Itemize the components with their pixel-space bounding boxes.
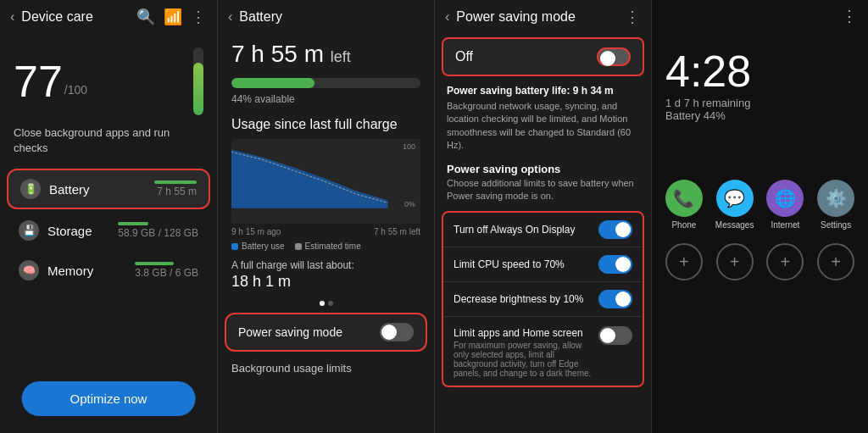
- battery-time-value: 7 h 55 m left: [231, 41, 351, 67]
- off-row[interactable]: Off: [442, 37, 644, 76]
- bg-usage-label[interactable]: Background usage limits: [218, 355, 434, 375]
- legend-battery: Battery use: [231, 241, 285, 251]
- memory-label: Memory: [47, 264, 135, 278]
- storage-bar: [118, 222, 148, 225]
- phone-icon: 📞: [665, 180, 703, 217]
- option-toggle-1[interactable]: [598, 220, 632, 239]
- panel2-back-icon[interactable]: ‹: [228, 9, 232, 25]
- panel-home: ⋮ 4:28 1 d 7 h remaining Battery 44% 📞 P…: [651, 0, 868, 433]
- option-toggle-4[interactable]: [598, 326, 632, 345]
- panel3-more-icon[interactable]: ⋮: [625, 8, 641, 26]
- storage-value: 58.9 GB / 128 GB: [118, 222, 198, 239]
- memory-value: 3.8 GB / 6 GB: [135, 262, 198, 279]
- option-row-1[interactable]: Turn off Always On Display: [443, 213, 643, 247]
- menu-item-battery[interactable]: 🔋 Battery 7 h 55 m: [7, 169, 210, 209]
- power-description: Background network usage, syncing, and l…: [435, 98, 651, 158]
- dock-btn-4[interactable]: +: [817, 243, 854, 280]
- score-max: /100: [64, 83, 87, 97]
- battery-chart: 100 0%: [231, 139, 420, 224]
- power-options-title: Power saving options: [435, 158, 651, 177]
- dock-btn-1[interactable]: +: [665, 243, 703, 280]
- app-grid: 📞 Phone 💬 Messages 🌐 Internet ⚙️ Setting…: [652, 129, 868, 236]
- score-description: Close background apps and run checks: [0, 122, 217, 166]
- svg-marker-0: [231, 150, 388, 208]
- panel1-title: Device care: [21, 9, 128, 25]
- usage-title: Usage since last full charge: [218, 107, 434, 139]
- chart-label-left: 9 h 15 m ago: [231, 227, 281, 236]
- panel3-header: ‹ Power saving mode ⋮: [435, 0, 651, 34]
- internet-icon: 🌐: [766, 180, 804, 217]
- settings-icon: ⚙️: [817, 180, 854, 217]
- power-saving-section[interactable]: Power saving mode: [225, 313, 427, 352]
- optimize-button[interactable]: Optimize now: [22, 381, 196, 416]
- score-section: 77 /100: [0, 34, 217, 122]
- more-icon[interactable]: ⋮: [191, 8, 207, 26]
- toggle-knob: [381, 325, 397, 340]
- option-row-2[interactable]: Limit CPU speed to 70%: [443, 247, 643, 282]
- search-icon[interactable]: 🔍: [136, 8, 155, 26]
- menu-item-storage[interactable]: 💾 Storage 58.9 GB / 128 GB: [7, 212, 210, 249]
- panel4-more-icon[interactable]: ⋮: [842, 7, 858, 25]
- app-internet[interactable]: 🌐 Internet: [764, 180, 808, 230]
- options-box: Turn off Always On Display Limit CPU spe…: [442, 211, 644, 387]
- legend-estimated-dot: [295, 243, 302, 250]
- legend-estimated: Estimated time: [295, 241, 361, 251]
- battery-progress-fill: [231, 78, 314, 88]
- panel1-header: ‹ Device care 🔍 📶 ⋮: [0, 0, 217, 34]
- panel3-back-icon[interactable]: ‹: [445, 9, 449, 25]
- battery-icon: 🔋: [20, 179, 41, 199]
- panel-power-saving: ‹ Power saving mode ⋮ Off Power saving b…: [434, 0, 651, 433]
- panel4-header: ⋮: [652, 0, 868, 32]
- app-settings[interactable]: ⚙️ Settings: [814, 180, 858, 230]
- battery-value: 7 h 55 m: [154, 180, 197, 197]
- memory-bar: [135, 262, 174, 265]
- clock-section: 4:28 1 d 7 h remaining Battery 44%: [652, 32, 868, 129]
- clock-remaining: 1 d 7 h remaining: [665, 97, 854, 109]
- off-toggle[interactable]: [597, 47, 631, 66]
- storage-icon: 💾: [19, 220, 39, 241]
- score-bar: [193, 47, 203, 115]
- panel2-title: Battery: [239, 9, 424, 25]
- toggle-knob-3: [615, 291, 631, 307]
- option-label-4: Limit apps and Home screen: [453, 327, 583, 339]
- score-bar-fill: [193, 63, 203, 115]
- clock-time: 4:28: [665, 49, 854, 93]
- chart-min-label: 0%: [404, 200, 415, 208]
- app-messages[interactable]: 💬 Messages: [713, 180, 757, 230]
- menu-item-memory[interactable]: 🧠 Memory 3.8 GB / 6 GB: [7, 252, 210, 289]
- option-row-3[interactable]: Decrease brightness by 10%: [443, 282, 643, 317]
- toggle-knob-1: [615, 222, 631, 237]
- signal-icon: 📶: [164, 8, 182, 26]
- back-icon[interactable]: ‹: [10, 9, 14, 25]
- phone-label: Phone: [671, 220, 696, 230]
- dock-btn-3[interactable]: +: [766, 243, 804, 280]
- toggle-knob-2: [615, 257, 631, 272]
- chart-legend: Battery use Estimated time: [218, 238, 434, 254]
- app-phone[interactable]: 📞 Phone: [662, 180, 706, 230]
- panel-device-care: ‹ Device care 🔍 📶 ⋮ 77 /100 Close backgr…: [0, 0, 217, 433]
- power-saving-life: Power saving battery life: 9 h 34 m: [435, 80, 651, 98]
- legend-battery-dot: [231, 243, 238, 250]
- battery-progress-bar: [231, 78, 420, 88]
- full-charge-label: A full charge will last about:: [218, 254, 434, 273]
- option-toggle-2[interactable]: [598, 255, 632, 274]
- chart-svg: [231, 146, 403, 208]
- power-saving-toggle[interactable]: [380, 323, 414, 341]
- off-toggle-knob: [600, 51, 615, 66]
- chart-labels: 9 h 15 m ago 7 h 55 m left: [218, 225, 434, 238]
- dot-2: [328, 301, 333, 306]
- dot-indicator: [218, 297, 434, 309]
- option-row-4[interactable]: Limit apps and Home screen For maximum p…: [443, 317, 643, 386]
- memory-icon: 🧠: [19, 260, 39, 280]
- battery-available: 44% available: [218, 92, 434, 107]
- option-label-1: Turn off Always On Display: [453, 224, 598, 237]
- battery-bar: [154, 180, 197, 184]
- chart-label-right: 7 h 55 m left: [374, 227, 420, 236]
- dock-btn-2[interactable]: +: [716, 243, 754, 280]
- option-toggle-3[interactable]: [598, 290, 632, 308]
- storage-label: Storage: [47, 224, 118, 238]
- dot-1: [320, 301, 325, 306]
- internet-label: Internet: [771, 220, 799, 230]
- full-charge-time: 18 h 1 m: [218, 273, 434, 297]
- clock-battery: Battery 44%: [665, 109, 854, 122]
